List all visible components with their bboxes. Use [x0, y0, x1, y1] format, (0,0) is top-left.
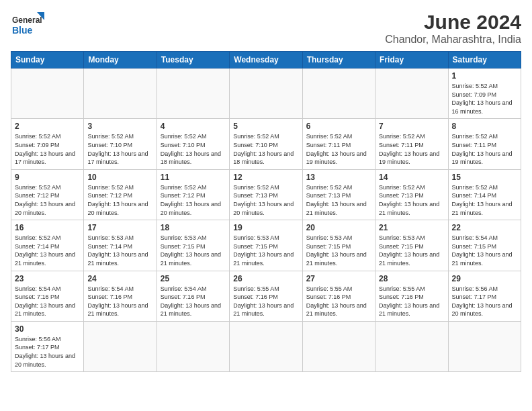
calendar-day-cell: 27Sunrise: 5:55 AM Sunset: 7:16 PM Dayli… [302, 271, 375, 321]
day-info: Sunrise: 5:52 AM Sunset: 7:14 PM Dayligh… [452, 183, 517, 217]
calendar-day-cell [375, 321, 448, 371]
day-info: Sunrise: 5:55 AM Sunset: 7:16 PM Dayligh… [306, 285, 371, 318]
day-info: Sunrise: 5:52 AM Sunset: 7:10 PM Dayligh… [87, 132, 152, 166]
location-subtitle: Chandor, Maharashtra, India [385, 34, 521, 46]
calendar-day-cell: 3Sunrise: 5:52 AM Sunset: 7:10 PM Daylig… [84, 119, 157, 169]
day-info: Sunrise: 5:53 AM Sunset: 7:15 PM Dayligh… [233, 234, 298, 267]
day-number: 19 [233, 223, 298, 232]
day-number: 22 [452, 223, 517, 232]
day-number: 23 [15, 274, 80, 283]
calendar-week-row: 9Sunrise: 5:52 AM Sunset: 7:12 PM Daylig… [11, 169, 521, 220]
day-number: 10 [87, 173, 152, 182]
day-number: 18 [161, 223, 226, 232]
day-info: Sunrise: 5:52 AM Sunset: 7:11 PM Dayligh… [379, 132, 444, 166]
calendar-day-cell: 8Sunrise: 5:52 AM Sunset: 7:11 PM Daylig… [448, 119, 521, 169]
calendar-day-cell [302, 321, 375, 371]
calendar-day-cell: 20Sunrise: 5:53 AM Sunset: 7:15 PM Dayli… [302, 220, 375, 271]
day-info: Sunrise: 5:53 AM Sunset: 7:15 PM Dayligh… [306, 234, 371, 267]
day-of-week-header: Friday [375, 52, 448, 68]
day-number: 24 [87, 274, 152, 283]
day-of-week-header: Thursday [302, 52, 375, 68]
calendar-day-cell: 30Sunrise: 5:56 AM Sunset: 7:17 PM Dayli… [11, 321, 84, 371]
calendar-day-cell: 17Sunrise: 5:53 AM Sunset: 7:14 PM Dayli… [84, 220, 157, 271]
calendar-week-row: 1Sunrise: 5:52 AM Sunset: 7:09 PM Daylig… [11, 68, 521, 119]
calendar-table: SundayMondayTuesdayWednesdayThursdayFrid… [11, 51, 521, 372]
day-of-week-header: Saturday [448, 52, 521, 68]
calendar-day-cell: 21Sunrise: 5:53 AM Sunset: 7:15 PM Dayli… [375, 220, 448, 271]
calendar-body: 1Sunrise: 5:52 AM Sunset: 7:09 PM Daylig… [11, 68, 521, 372]
calendar-day-cell [448, 321, 521, 371]
day-info: Sunrise: 5:55 AM Sunset: 7:16 PM Dayligh… [233, 285, 298, 318]
calendar-day-cell: 26Sunrise: 5:55 AM Sunset: 7:16 PM Dayli… [230, 271, 302, 321]
day-info: Sunrise: 5:52 AM Sunset: 7:10 PM Dayligh… [233, 132, 298, 166]
calendar-day-cell: 24Sunrise: 5:54 AM Sunset: 7:16 PM Dayli… [84, 271, 157, 321]
day-info: Sunrise: 5:53 AM Sunset: 7:15 PM Dayligh… [161, 234, 226, 267]
day-info: Sunrise: 5:56 AM Sunset: 7:17 PM Dayligh… [452, 285, 517, 318]
day-number: 27 [306, 274, 371, 283]
day-number: 7 [379, 122, 444, 131]
title-area: June 2024 Chandor, Maharashtra, India [385, 11, 521, 46]
day-info: Sunrise: 5:52 AM Sunset: 7:09 PM Dayligh… [452, 82, 517, 116]
day-info: Sunrise: 5:52 AM Sunset: 7:11 PM Dayligh… [306, 132, 371, 166]
calendar-day-cell [230, 321, 302, 371]
day-info: Sunrise: 5:53 AM Sunset: 7:15 PM Dayligh… [379, 234, 444, 267]
day-number: 1 [452, 71, 517, 81]
calendar-day-cell: 10Sunrise: 5:52 AM Sunset: 7:12 PM Dayli… [84, 169, 157, 220]
day-info: Sunrise: 5:55 AM Sunset: 7:16 PM Dayligh… [379, 285, 444, 318]
day-number: 14 [379, 173, 444, 182]
day-info: Sunrise: 5:52 AM Sunset: 7:12 PM Dayligh… [87, 183, 152, 217]
day-number: 20 [306, 223, 371, 232]
day-number: 29 [452, 274, 517, 283]
day-number: 5 [233, 122, 298, 131]
day-of-week-header: Monday [84, 52, 157, 68]
day-info: Sunrise: 5:52 AM Sunset: 7:13 PM Dayligh… [379, 183, 444, 217]
day-number: 26 [233, 274, 298, 283]
calendar-week-row: 23Sunrise: 5:54 AM Sunset: 7:16 PM Dayli… [11, 271, 521, 321]
calendar-day-cell [84, 321, 157, 371]
days-of-week-row: SundayMondayTuesdayWednesdayThursdayFrid… [11, 52, 521, 68]
day-info: Sunrise: 5:52 AM Sunset: 7:13 PM Dayligh… [233, 183, 298, 217]
day-number: 16 [15, 223, 80, 232]
day-of-week-header: Tuesday [157, 52, 229, 68]
calendar-day-cell [230, 68, 302, 119]
calendar-week-row: 16Sunrise: 5:52 AM Sunset: 7:14 PM Dayli… [11, 220, 521, 271]
calendar-day-cell [157, 68, 229, 119]
day-of-week-header: Sunday [11, 52, 84, 68]
day-number: 2 [15, 122, 80, 131]
day-info: Sunrise: 5:53 AM Sunset: 7:14 PM Dayligh… [87, 234, 152, 267]
day-info: Sunrise: 5:54 AM Sunset: 7:16 PM Dayligh… [87, 285, 152, 318]
calendar-day-cell: 22Sunrise: 5:54 AM Sunset: 7:15 PM Dayli… [448, 220, 521, 271]
day-number: 4 [161, 122, 226, 131]
calendar-header: SundayMondayTuesdayWednesdayThursdayFrid… [11, 52, 521, 68]
day-info: Sunrise: 5:52 AM Sunset: 7:11 PM Dayligh… [452, 132, 517, 166]
day-number: 3 [87, 122, 152, 131]
calendar-week-row: 2Sunrise: 5:52 AM Sunset: 7:09 PM Daylig… [11, 119, 521, 169]
svg-text:Blue: Blue [12, 25, 33, 36]
calendar-day-cell: 23Sunrise: 5:54 AM Sunset: 7:16 PM Dayli… [11, 271, 84, 321]
day-info: Sunrise: 5:52 AM Sunset: 7:09 PM Dayligh… [15, 132, 80, 166]
calendar-day-cell: 13Sunrise: 5:52 AM Sunset: 7:13 PM Dayli… [302, 169, 375, 220]
day-number: 21 [379, 223, 444, 232]
calendar-day-cell: 7Sunrise: 5:52 AM Sunset: 7:11 PM Daylig… [375, 119, 448, 169]
calendar-day-cell [84, 68, 157, 119]
day-info: Sunrise: 5:54 AM Sunset: 7:15 PM Dayligh… [452, 234, 517, 267]
day-number: 15 [452, 173, 517, 182]
day-info: Sunrise: 5:54 AM Sunset: 7:16 PM Dayligh… [15, 285, 80, 318]
calendar-day-cell: 4Sunrise: 5:52 AM Sunset: 7:10 PM Daylig… [157, 119, 229, 169]
day-number: 9 [15, 173, 80, 182]
day-info: Sunrise: 5:52 AM Sunset: 7:12 PM Dayligh… [15, 183, 80, 217]
day-info: Sunrise: 5:52 AM Sunset: 7:12 PM Dayligh… [161, 183, 226, 217]
calendar-day-cell: 1Sunrise: 5:52 AM Sunset: 7:09 PM Daylig… [448, 68, 521, 119]
calendar-day-cell: 15Sunrise: 5:52 AM Sunset: 7:14 PM Dayli… [448, 169, 521, 220]
logo: General Blue [11, 11, 44, 39]
calendar-day-cell: 16Sunrise: 5:52 AM Sunset: 7:14 PM Dayli… [11, 220, 84, 271]
calendar-day-cell: 19Sunrise: 5:53 AM Sunset: 7:15 PM Dayli… [230, 220, 302, 271]
calendar-day-cell: 6Sunrise: 5:52 AM Sunset: 7:11 PM Daylig… [302, 119, 375, 169]
calendar-day-cell: 25Sunrise: 5:54 AM Sunset: 7:16 PM Dayli… [157, 271, 229, 321]
day-number: 6 [306, 122, 371, 131]
day-number: 17 [87, 223, 152, 232]
calendar-day-cell: 12Sunrise: 5:52 AM Sunset: 7:13 PM Dayli… [230, 169, 302, 220]
day-number: 11 [161, 173, 226, 182]
day-number: 25 [161, 274, 226, 283]
day-info: Sunrise: 5:56 AM Sunset: 7:17 PM Dayligh… [15, 335, 80, 369]
